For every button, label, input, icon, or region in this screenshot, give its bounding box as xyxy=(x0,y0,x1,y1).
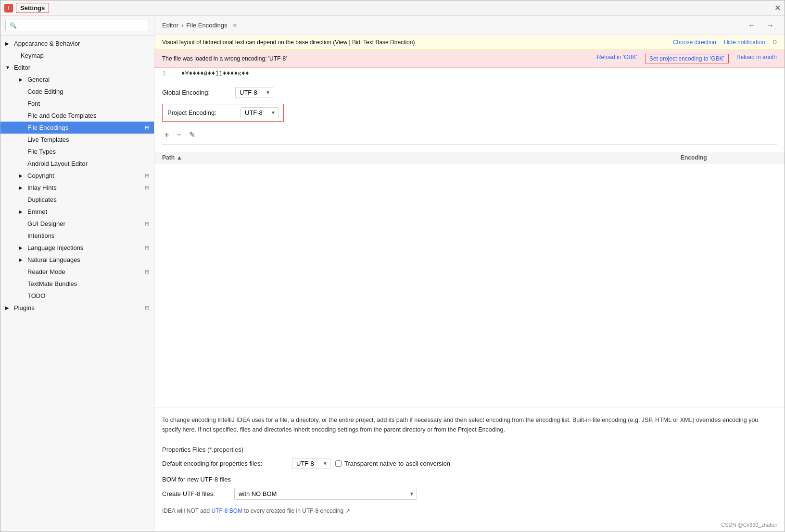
set-project-encoding-link[interactable]: Set project encoding to 'GBK' xyxy=(645,54,729,63)
sidebar-item-appearance[interactable]: ▶ Appearance & Behavior xyxy=(0,37,154,49)
sidebar-item-keymap[interactable]: Keymap xyxy=(0,49,154,62)
add-path-button[interactable]: + xyxy=(162,130,171,140)
sidebar-item-inlay-hints[interactable]: ▶ Inlay Hints ⊟ xyxy=(0,182,154,194)
sidebar-item-label: Plugins xyxy=(14,304,35,311)
titlebar: I Settings ✕ xyxy=(0,0,785,16)
line-number: 1 xyxy=(162,70,172,77)
bom-note-text: IDEA will NOT add xyxy=(162,507,211,514)
path-column-header[interactable]: Path ▲ xyxy=(162,154,681,161)
sidebar-item-label: File Types xyxy=(27,148,56,155)
sidebar-item-todo[interactable]: TODO xyxy=(0,290,154,302)
code-content: ♦¥♦♦♦♦й♦♦11♦♦♦♦к♦♦ xyxy=(181,70,249,77)
chevron-icon: ▶ xyxy=(19,173,25,178)
breadcrumb-separator: › xyxy=(181,22,183,29)
sidebar-item-language-injections[interactable]: ▶ Language Injections ⊟ xyxy=(0,242,154,254)
chevron-icon: ▶ xyxy=(19,77,25,82)
sidebar-item-code-editing[interactable]: Code Editing xyxy=(0,86,154,98)
sidebar-item-natural-languages[interactable]: ▶ Natural Languages xyxy=(0,254,154,266)
transparent-conversion-text: Transparent native-to-ascii conversion xyxy=(344,460,450,467)
encoding-column-header: Encoding xyxy=(681,154,777,161)
sidebar-item-label: File and Code Templates xyxy=(27,112,97,119)
edit-path-button[interactable]: ✎ xyxy=(187,129,198,140)
bidi-notification-actions: Choose direction Hide notification D xyxy=(673,39,777,46)
settings-window: I Settings ✕ 🔍 ▶ Appearance & Behavior xyxy=(0,0,785,532)
chevron-icon: ▶ xyxy=(19,245,25,250)
sidebar-item-label: Copyright xyxy=(27,172,54,179)
sidebar-item-file-encodings[interactable]: File Encodings ⊟ xyxy=(0,122,154,134)
transparent-conversion-checkbox[interactable] xyxy=(335,460,342,467)
sidebar-item-duplicates[interactable]: Duplicates xyxy=(0,194,154,206)
create-utf8-label: Create UTF-8 files: xyxy=(162,490,229,497)
properties-encoding-select[interactable]: UTF-8 UTF-16 GBK xyxy=(292,458,330,469)
breadcrumb: Editor › File Encodings ≡ xyxy=(162,22,237,29)
sidebar-item-font[interactable]: Font xyxy=(0,98,154,110)
bom-note-text2: to every created file in UTF-8 encoding … xyxy=(244,507,350,514)
sidebar-item-intentions[interactable]: Intentions xyxy=(0,230,154,242)
properties-section-title: Properties Files (*.properties) xyxy=(154,442,785,455)
bom-row: Create UTF-8 files: with NO BOM with BOM… xyxy=(162,488,777,500)
bom-select[interactable]: with NO BOM with BOM with BOM (UTF-8 onl… xyxy=(234,488,417,500)
sidebar-item-label: Android Layout Editor xyxy=(27,160,88,167)
chevron-icon: ▼ xyxy=(5,65,12,70)
reload-gbk-link[interactable]: Reload in 'GBK' xyxy=(597,54,637,63)
global-encoding-select[interactable]: UTF-8 UTF-16 GBK xyxy=(235,87,273,98)
chevron-icon: ▶ xyxy=(5,305,12,310)
sidebar-item-label: Inlay Hints xyxy=(27,184,57,191)
sidebar-item-reader-mode[interactable]: Reader Mode ⊟ xyxy=(0,266,154,278)
breadcrumb-parent[interactable]: Editor xyxy=(162,22,178,29)
bom-section-title: BOM for new UTF-8 files xyxy=(162,476,777,483)
sidebar-item-file-types[interactable]: File Types xyxy=(0,146,154,158)
sidebar-item-label: Intentions xyxy=(27,232,54,239)
sidebar-item-label: Font xyxy=(27,100,40,107)
sidebar-item-file-code-templates[interactable]: File and Code Templates xyxy=(0,110,154,122)
wrong-encoding-text: The file was loaded in a wrong encoding:… xyxy=(162,55,287,62)
sidebar-tree: ▶ Appearance & Behavior Keymap ▼ Editor xyxy=(0,36,154,532)
project-encoding-row: Project Encoding: UTF-8 UTF-16 GBK ▼ xyxy=(162,104,284,122)
search-field[interactable]: 🔍 xyxy=(5,20,149,31)
sidebar-item-label: General xyxy=(27,76,50,83)
sidebar-item-label: Live Templates xyxy=(27,136,69,143)
sidebar-item-copyright[interactable]: ▶ Copyright ⊟ xyxy=(0,170,154,182)
search-input[interactable] xyxy=(19,22,145,29)
choose-direction-link[interactable]: Choose direction xyxy=(673,39,716,46)
reload-another-link[interactable]: Reload in anoth xyxy=(736,54,777,63)
bom-section: BOM for new UTF-8 files Create UTF-8 fil… xyxy=(154,472,785,507)
pin-icon: ⊟ xyxy=(145,245,149,251)
sidebar-item-label: Reader Mode xyxy=(27,268,65,275)
project-encoding-select[interactable]: UTF-8 UTF-16 GBK xyxy=(241,107,279,118)
sidebar-item-label: TextMate Bundles xyxy=(27,280,77,287)
bom-note: IDEA will NOT add UTF-8 BOM to every cre… xyxy=(154,507,785,518)
hide-notification-link[interactable]: Hide notification xyxy=(724,39,765,46)
pin-icon: ⊟ xyxy=(145,221,149,227)
breadcrumb-menu-icon[interactable]: ≡ xyxy=(233,22,237,29)
sidebar-item-gui-designer[interactable]: GUI Designer ⊟ xyxy=(0,218,154,230)
sidebar-item-plugins[interactable]: ▶ Plugins ⊟ xyxy=(0,302,154,314)
sidebar-item-editor[interactable]: ▼ Editor xyxy=(0,62,154,74)
sidebar-item-live-templates[interactable]: Live Templates xyxy=(0,134,154,146)
sidebar-item-emmet[interactable]: ▶ Emmet xyxy=(0,206,154,218)
sidebar: 🔍 ▶ Appearance & Behavior Keymap xyxy=(0,16,154,532)
sidebar-item-android-layout[interactable]: Android Layout Editor xyxy=(0,158,154,170)
utf8-bom-link[interactable]: UTF-8 BOM xyxy=(211,507,242,514)
default-encoding-label: Default encoding for properties files: xyxy=(162,460,287,467)
close-button[interactable]: ✕ xyxy=(774,3,781,12)
encoding-column-label: Encoding xyxy=(681,154,707,161)
global-encoding-select-wrapper: UTF-8 UTF-16 GBK ▼ xyxy=(235,87,273,98)
sidebar-item-textmate-bundles[interactable]: TextMate Bundles xyxy=(0,278,154,290)
sidebar-item-general[interactable]: ▶ General xyxy=(0,74,154,86)
panel-nav: ← → xyxy=(745,20,777,31)
app-icon: I xyxy=(4,4,13,12)
search-box: 🔍 xyxy=(0,16,154,36)
code-line: 1 ♦¥♦♦♦♦й♦♦11♦♦♦♦к♦♦ xyxy=(154,68,785,79)
sort-icon: ▲ xyxy=(177,154,182,161)
sidebar-item-label: GUI Designer xyxy=(27,220,65,227)
pin-icon: ⊟ xyxy=(145,185,149,191)
path-column-label: Path xyxy=(162,154,175,161)
bom-select-wrapper: with NO BOM with BOM with BOM (UTF-8 onl… xyxy=(234,488,417,500)
nav-back-button[interactable]: ← xyxy=(745,20,759,31)
main-content: 🔍 ▶ Appearance & Behavior Keymap xyxy=(0,16,785,532)
transparent-conversion-label[interactable]: Transparent native-to-ascii conversion xyxy=(335,460,450,467)
d-label: D xyxy=(772,39,777,46)
nav-forward-button[interactable]: → xyxy=(763,20,777,31)
remove-path-button[interactable]: − xyxy=(174,130,183,140)
